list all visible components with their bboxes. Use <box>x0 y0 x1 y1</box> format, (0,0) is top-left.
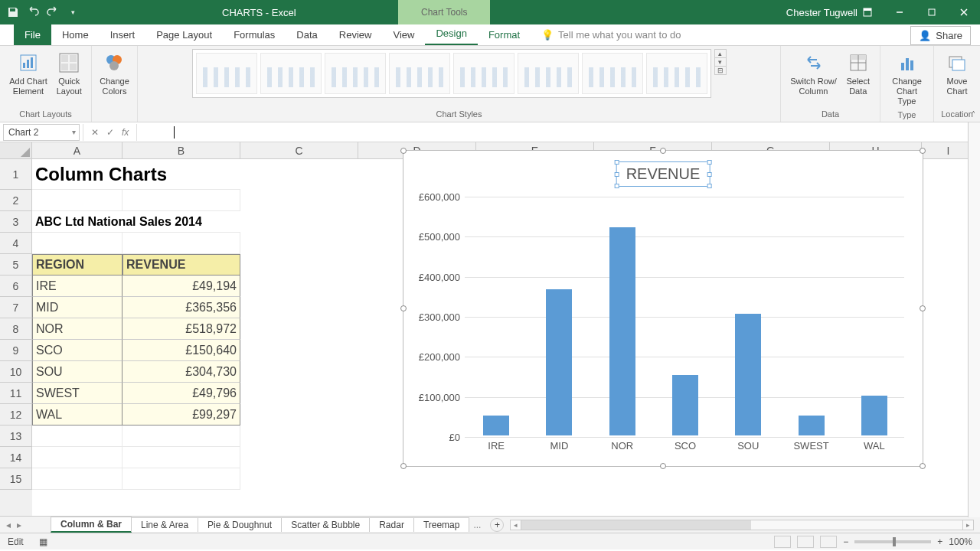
close-icon[interactable] <box>948 0 980 24</box>
resize-handle[interactable] <box>660 463 666 469</box>
quick-layout-button[interactable]: Quick Layout <box>54 49 85 108</box>
sheet-tabs-more[interactable]: ... <box>469 520 485 530</box>
chart-bar[interactable] <box>735 314 761 435</box>
styles-more-icon[interactable]: ⊟ <box>715 67 726 74</box>
row-header-15[interactable]: 15 <box>0 468 32 490</box>
minimize-icon[interactable] <box>884 0 916 24</box>
styles-up-icon[interactable]: ▴ <box>715 50 726 58</box>
row-header-5[interactable]: 5 <box>0 254 32 276</box>
qat-customize-icon[interactable]: ▾ <box>66 5 80 19</box>
tab-review[interactable]: Review <box>328 24 383 45</box>
scroll-thumb[interactable] <box>521 520 751 530</box>
resize-handle[interactable] <box>400 148 407 154</box>
chart-style-1[interactable] <box>196 53 257 94</box>
formula-bar[interactable] <box>137 124 965 141</box>
table-row[interactable]: £365,356 <box>122 297 240 318</box>
col-header-A[interactable]: A <box>32 142 122 159</box>
undo-icon[interactable] <box>26 5 40 19</box>
row-header-11[interactable]: 11 <box>0 383 32 404</box>
chart-style-8[interactable] <box>646 53 707 94</box>
resize-handle[interactable] <box>920 148 926 154</box>
styles-down-icon[interactable]: ▾ <box>715 58 726 67</box>
row-header-8[interactable]: 8 <box>0 318 32 340</box>
zoom-out-button[interactable]: − <box>843 536 848 547</box>
select-all-button[interactable] <box>0 142 32 159</box>
resize-handle[interactable] <box>400 305 407 311</box>
grid-main[interactable]: A B C D E F G H I Column Charts ABC Ltd … <box>32 142 980 516</box>
tab-page-layout[interactable]: Page Layout <box>145 24 223 45</box>
name-box[interactable]: Chart 2 <box>3 124 80 141</box>
change-chart-type-button[interactable]: Change Chart Type <box>885 49 929 109</box>
normal-view-button[interactable] <box>774 536 791 548</box>
select-data-button[interactable]: Select Data <box>843 49 874 108</box>
row-header-13[interactable]: 13 <box>0 425 32 447</box>
row-header-6[interactable]: 6 <box>0 276 32 297</box>
fx-icon[interactable]: fx <box>122 127 129 138</box>
title-handle[interactable] <box>615 160 619 165</box>
sheet-next-icon[interactable]: ▸ <box>17 520 21 530</box>
tab-home[interactable]: Home <box>51 24 100 45</box>
cell-subtitle[interactable]: ABC Ltd National Sales 2014 <box>32 211 240 233</box>
chart-title[interactable]: REVENUE <box>616 161 710 187</box>
title-handle[interactable] <box>707 160 711 165</box>
tab-data[interactable]: Data <box>286 24 328 45</box>
chart-bar[interactable] <box>861 396 887 435</box>
row-header-7[interactable]: 7 <box>0 297 32 318</box>
table-row[interactable]: SWEST <box>32 383 122 404</box>
row-header-12[interactable]: 12 <box>0 404 32 425</box>
table-row[interactable]: MID <box>32 297 122 318</box>
plot-area[interactable]: £0£100,000£200,000£300,000£400,000£500,0… <box>465 197 904 435</box>
resize-handle[interactable] <box>920 463 926 469</box>
chart-style-2[interactable] <box>260 53 322 94</box>
collapse-ribbon-icon[interactable]: ˄ <box>972 110 975 119</box>
page-layout-view-button[interactable] <box>797 536 814 548</box>
macro-record-icon[interactable]: ▦ <box>39 536 47 547</box>
chart-style-3[interactable] <box>325 53 386 94</box>
table-row[interactable]: SOU <box>32 361 122 383</box>
chart-styles-gallery[interactable] <box>192 49 711 98</box>
sheet-tab-scatter-bubble[interactable]: Scatter & Bubble <box>281 517 370 532</box>
row-header-2[interactable]: 2 <box>0 190 32 211</box>
ribbon-options-icon[interactable] <box>851 0 884 24</box>
table-row[interactable]: NOR <box>32 318 122 340</box>
resize-handle[interactable] <box>660 148 666 154</box>
row-header-3[interactable]: 3 <box>0 211 32 233</box>
zoom-slider[interactable] <box>854 540 931 543</box>
table-row[interactable]: £518,972 <box>122 318 240 340</box>
switch-row-column-button[interactable]: Switch Row/ Column <box>787 49 840 108</box>
new-sheet-button[interactable]: + <box>490 518 504 532</box>
redo-icon[interactable] <box>46 5 60 19</box>
row-header-14[interactable]: 14 <box>0 447 32 468</box>
scroll-right-icon[interactable]: ▸ <box>962 520 973 530</box>
tab-format[interactable]: Format <box>478 24 531 45</box>
chart-style-7[interactable] <box>582 53 643 94</box>
chart-bar[interactable] <box>672 375 698 435</box>
title-handle[interactable] <box>707 172 711 177</box>
table-row[interactable]: WAL <box>32 404 122 425</box>
chart-style-6[interactable] <box>518 53 579 94</box>
table-row[interactable]: £304,730 <box>122 361 240 383</box>
table-row[interactable]: IRE <box>32 276 122 297</box>
resize-handle[interactable] <box>920 305 926 311</box>
tell-me-search[interactable]: 💡 Tell me what you want to do <box>531 24 691 45</box>
resize-handle[interactable] <box>400 463 407 469</box>
cell-title[interactable]: Column Charts <box>32 159 240 190</box>
cancel-icon[interactable]: ✕ <box>91 127 99 138</box>
change-colors-button[interactable]: Change Colors <box>96 49 132 108</box>
enter-icon[interactable]: ✓ <box>106 127 114 138</box>
user-name[interactable]: Chester Tugwell <box>786 7 858 18</box>
maximize-icon[interactable] <box>916 0 948 24</box>
chart-object[interactable]: REVENUE £0£100,000£200,000£300,000£400,0… <box>403 150 923 467</box>
scroll-left-icon[interactable]: ◂ <box>511 520 521 530</box>
title-handle[interactable] <box>615 172 619 177</box>
save-icon[interactable] <box>6 5 20 19</box>
sheet-tab-radar[interactable]: Radar <box>369 517 414 532</box>
chart-style-4[interactable] <box>389 53 450 94</box>
col-header-C[interactable]: C <box>240 142 358 159</box>
table-row[interactable]: SCO <box>32 340 122 361</box>
chart-bar[interactable] <box>609 227 635 435</box>
table-row[interactable]: £150,640 <box>122 340 240 361</box>
vertical-scrollbar[interactable] <box>968 122 980 517</box>
table-row[interactable]: £49,194 <box>122 276 240 297</box>
chart-bar[interactable] <box>546 289 572 435</box>
